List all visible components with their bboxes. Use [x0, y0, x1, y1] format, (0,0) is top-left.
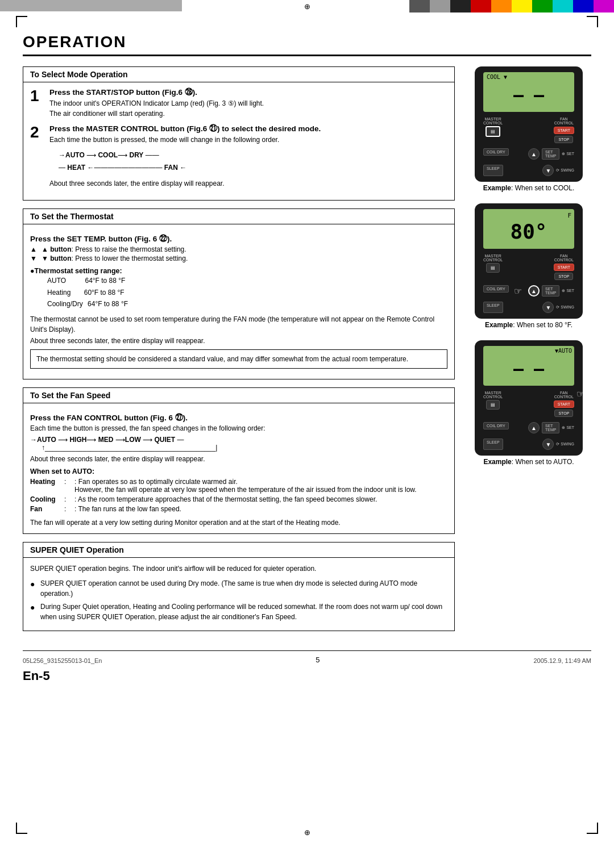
stop-btn-3[interactable]: STOP	[554, 410, 573, 417]
auto-table: Heating : : Fan operates so as to optima…	[30, 478, 447, 513]
hand-cursor-thermostat: ☞	[514, 286, 522, 297]
remote-thermo-buttons-row3: SLEEP ▼ ⟳ SWING ☞	[483, 302, 574, 313]
coil-dry-btn[interactable]: COIL DRY	[483, 148, 509, 156]
remote-thermostat-container: 80° F MASTERCONTROL ▤ FANCONTROL START S…	[475, 203, 583, 329]
step-1-title: Press the START/STOP button (Fig.6 ㉘).	[49, 88, 447, 97]
cooling-colon: :	[64, 495, 70, 503]
temp-down-btn-3[interactable]: ▼	[542, 439, 554, 450]
bullet-circle-1: ●	[30, 578, 37, 590]
page-num-large: En-5	[23, 669, 591, 683]
coil-dry-btn-3[interactable]: COIL DRY	[483, 422, 509, 429]
remote-cool-display: COOL ▼ — —	[483, 72, 574, 112]
swing-label-3: ⟳ SWING	[556, 442, 574, 446]
footer-doc-num: 05L256_9315255013-01_En	[23, 657, 102, 664]
mode-flow-note: About three seconds later, the entire di…	[49, 178, 447, 189]
cooling-label: Cooling	[30, 495, 60, 503]
cool-display-dash: — —	[513, 85, 544, 105]
super-quiet-bullet-1: ● SUPER QUIET operation cannot be used d…	[30, 578, 447, 599]
footer-date: 2005.12.9, 11:49 AM	[533, 657, 591, 664]
down-btn-label: ▼ button: Press to lower the thermostat …	[42, 254, 188, 262]
temp-up-btn[interactable]: ▲	[528, 148, 540, 160]
remote-fan-buttons-row1: MASTERCONTROL ▤ FANCONTROL START STOP ☞	[483, 391, 574, 417]
stop-btn[interactable]: STOP	[554, 136, 573, 143]
thermostat-content: Press the SET TEMP. button (Fig. 6 ㉒). ▲…	[23, 224, 454, 379]
thermostat-section: To Set the Thermostat Press the SET TEMP…	[23, 208, 455, 379]
thermostat-sub-title: Press the SET TEMP. button (Fig. 6 ㉒).	[30, 235, 447, 243]
auto-heading: When set to AUTO:	[30, 468, 447, 475]
thermostat-note-box: The thermostat setting should be conside…	[30, 349, 447, 369]
registration-crosshair-bottom: ⊕	[304, 828, 310, 837]
master-control-group-3: MASTERCONTROL ▤	[483, 391, 503, 417]
start-stop-group: FANCONTROL START STOP	[554, 117, 574, 143]
coil-dry-btn-2[interactable]: COIL DRY	[483, 285, 509, 293]
start-stop-group-3: FANCONTROL START STOP ☞	[554, 391, 574, 417]
fan-bottom-note: The fan will operate at a very low setti…	[30, 518, 447, 528]
remote-cool-container: COOL ▼ — — MASTERCONTROL ▤ FANCONTROL ST…	[475, 66, 583, 192]
set-temp-btn[interactable]: SETTEMP	[542, 148, 559, 160]
page-footer: 05L256_9315255013-01_En 5 2005.12.9, 11:…	[23, 650, 591, 664]
page: ⊕ ⊕ OPERATION To Select Mode Operation 1…	[0, 0, 614, 868]
step-2: 2 Press the MASTER CONTROL button (Fig.6…	[30, 124, 447, 189]
remote-cool: COOL ▼ — — MASTERCONTROL ▤ FANCONTROL ST…	[475, 66, 583, 182]
fan-desc: Each time the button is pressed, the fan…	[30, 424, 447, 432]
coil-dry-group: COIL DRY	[483, 148, 509, 160]
fan-low-desc: : The fan runs at the low fan speed.	[74, 505, 181, 513]
top-bar-colors	[409, 0, 614, 12]
remote-cool-buttons-row3: SLEEP ▼ ⟳ SWING	[483, 165, 574, 176]
thermostat-fan-note: The thermostat cannot be used to set roo…	[30, 314, 447, 335]
super-quiet-text-2: During Super Quiet operation, Heating an…	[40, 602, 447, 622]
thermostat-unit: F	[567, 212, 571, 219]
temp-down-btn-2[interactable]: ▼	[542, 302, 554, 313]
fan-control-label-2: FANCONTROL	[554, 254, 574, 262]
set-label-3: ⊕ SET	[562, 425, 574, 430]
set-temp-btn-2[interactable]: SETTEMP	[542, 285, 559, 297]
thermostat-value: 80°	[510, 220, 547, 243]
super-quiet-bullet-2: ● During Super Quiet operation, Heating …	[30, 602, 447, 622]
remote-cool-buttons-row1: MASTERCONTROL ▤ FANCONTROL START STOP	[483, 117, 574, 143]
hand-cursor-fan: ☞	[576, 389, 584, 399]
temp-up-btn-3[interactable]: ▲	[528, 422, 540, 433]
step-2-desc: Each time the button is pressed, the mod…	[49, 135, 447, 145]
super-quiet-intro: SUPER QUIET operation begins. The indoor…	[30, 564, 447, 574]
select-mode-header: To Select Mode Operation	[23, 67, 454, 82]
remote-fan-buttons-row3: SLEEP ▼ ⟳ SWING	[483, 439, 574, 450]
right-column: COOL ▼ — — MASTERCONTROL ▤ FANCONTROL ST…	[466, 66, 591, 639]
temp-up-btn-2[interactable]: ▲	[528, 285, 540, 297]
set-temp-group: ▲ SETTEMP ⊕ SET	[528, 148, 574, 160]
thermostat-range-table: AUTO 64°F to 88 °F Heating 60°F to 88 °F…	[47, 275, 447, 310]
fan-row: Fan : : The fan runs at the low fan spee…	[30, 505, 447, 513]
fan-speed-section: To Set the Fan Speed Press the FAN CONTR…	[23, 387, 455, 534]
set-temp-group-3: ▲ SETTEMP ⊕ SET	[528, 422, 574, 433]
range-row-1: AUTO 64°F to 88 °F	[47, 275, 447, 286]
cool-label: COOL ▼	[487, 74, 507, 80]
sleep-btn-3[interactable]: SLEEP	[483, 439, 503, 450]
step-2-body: Press the MASTER CONTROL button (Fig.6 ㉑…	[49, 124, 447, 189]
master-control-btn[interactable]: ▤	[486, 126, 500, 137]
cooling-desc: : As the room temperature approaches tha…	[74, 495, 377, 503]
crop-mark-tl	[16, 16, 27, 27]
master-control-btn-3[interactable]: ▤	[486, 400, 500, 410]
master-control-btn-2[interactable]: ▤	[486, 263, 500, 273]
step-1-desc2: The air conditioner will start operating…	[49, 108, 447, 119]
remote-fan-container: ▼AUTO — — MASTERCONTROL ▤ FANCONTROL STA…	[475, 340, 583, 466]
example-fan-label: Example: When set to AUTO.	[475, 458, 583, 466]
fan-flow-diagram: →AUTO ⟶ HIGH⟶ MED ⟶LOW ⟶ QUIET — ↑______…	[30, 436, 447, 452]
heating-row: Heating : : Fan operates so as to optima…	[30, 478, 447, 494]
remote-fan: ▼AUTO — — MASTERCONTROL ▤ FANCONTROL STA…	[475, 340, 583, 456]
start-btn-3[interactable]: START	[554, 400, 574, 408]
start-btn[interactable]: START	[554, 127, 574, 134]
step-1-body: Press the START/STOP button (Fig.6 ㉘). T…	[49, 88, 447, 119]
remote-fan-buttons-row2: COIL DRY ▲ SETTEMP ⊕ SET	[483, 422, 574, 433]
master-control-group: MASTERCONTROL ▤	[483, 117, 503, 143]
mode-flow-diagram: →AUTO ⟶ COOL⟶ DRY —— — HEAT ←—————————— …	[59, 149, 447, 174]
start-stop-group-2: FANCONTROL START STOP	[554, 254, 574, 280]
start-btn-2[interactable]: START	[554, 264, 574, 271]
stop-btn-2[interactable]: STOP	[554, 273, 573, 280]
set-label-2: ⊕ SET	[562, 289, 574, 293]
sleep-btn[interactable]: SLEEP	[483, 165, 503, 176]
sleep-btn-2[interactable]: SLEEP	[483, 302, 503, 313]
thermostat-header: To Set the Thermostat	[23, 209, 454, 224]
set-temp-btn-3[interactable]: SETTEMP	[542, 422, 559, 433]
temp-down-btn[interactable]: ▼	[542, 165, 554, 176]
master-label-2: MASTERCONTROL	[483, 254, 503, 262]
